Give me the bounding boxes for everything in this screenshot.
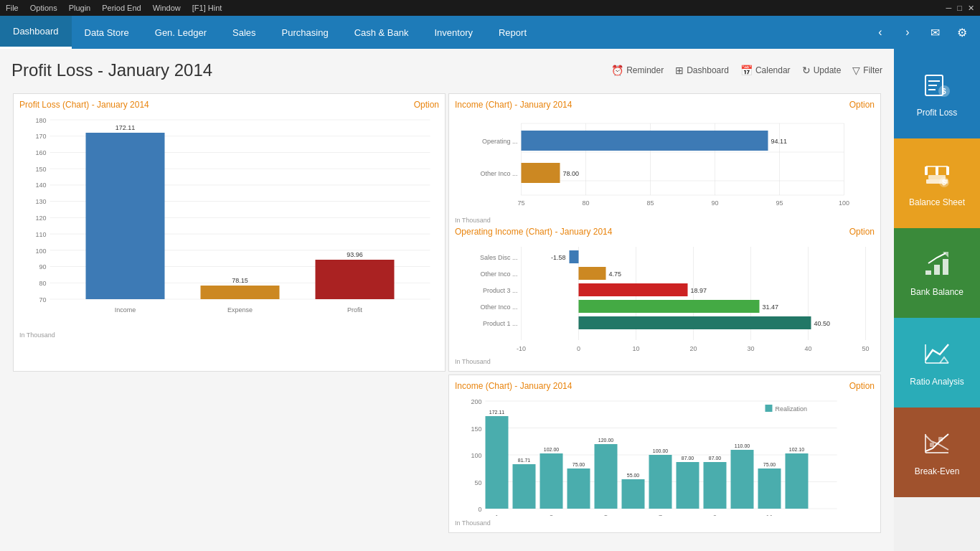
bar-5: [595, 444, 618, 509]
svg-text:4.75: 4.75: [609, 270, 622, 278]
bar-8: [677, 462, 699, 509]
chart4-title: Income (Chart) - January 2014: [455, 381, 572, 391]
svg-text:172.11: 172.11: [489, 410, 505, 415]
sidebar-bank-balance[interactable]: Bank Balance: [894, 228, 980, 318]
svg-text:$: $: [942, 179, 946, 187]
bar-6: [622, 479, 645, 509]
chart2-in-thousand: In Thousand: [455, 217, 875, 224]
update-icon: ↻: [802, 65, 811, 76]
balance-sheet-icon: $: [923, 159, 951, 193]
nav-gen-ledger[interactable]: Gen. Ledger: [142, 16, 220, 49]
bar-2: [513, 464, 536, 509]
break-even-label: Break-Even: [915, 466, 960, 476]
update-btn[interactable]: ↻ Update: [802, 65, 842, 76]
sidebar-profit-loss[interactable]: $ Profit Loss: [894, 49, 980, 138]
svg-text:55.00: 55.00: [627, 473, 640, 478]
svg-text:Product 1 ...: Product 1 ...: [483, 320, 518, 327]
svg-rect-118: [943, 259, 948, 275]
menu-hint[interactable]: [F1] Hint: [192, 4, 222, 12]
maximize-btn[interactable]: □: [957, 4, 962, 13]
svg-text:20: 20: [689, 345, 697, 352]
nav-inventory[interactable]: Inventory: [422, 16, 486, 49]
bar-4: [567, 468, 590, 509]
menu-window[interactable]: Window: [153, 4, 181, 12]
chart1-option[interactable]: Option: [414, 100, 439, 110]
reminder-btn[interactable]: ⏰ Reminder: [611, 65, 664, 76]
nav-bar: Dashboard Data Store Gen. Ledger Sales P…: [0, 16, 980, 49]
chart-income: Income (Chart) - January 2014 Option: [448, 93, 881, 372]
svg-text:10: 10: [632, 345, 639, 352]
dashboard-btn[interactable]: ⊞ Dashboard: [675, 65, 729, 76]
chart4-header: Income (Chart) - January 2014 Option: [455, 381, 875, 391]
svg-text:Product 3 ...: Product 3 ...: [483, 287, 518, 294]
nav-forward-btn[interactable]: ›: [895, 20, 920, 44]
menu-options[interactable]: Options: [30, 4, 57, 12]
bar-1: [486, 416, 509, 509]
other-inco2-bar: [579, 267, 606, 280]
chart3-header: Operating Income (Chart) - January 2014 …: [455, 227, 875, 237]
nav-back-btn[interactable]: ‹: [868, 20, 892, 44]
legend-color: [765, 405, 773, 412]
nav-mail-btn[interactable]: ✉: [923, 20, 947, 44]
svg-text:110: 110: [35, 231, 46, 238]
filter-btn[interactable]: ▽ Filter: [852, 65, 882, 76]
menu-period-end[interactable]: Period End: [102, 4, 141, 12]
svg-text:90: 90: [711, 199, 718, 207]
action-buttons: ⏰ Reminder ⊞ Dashboard 📅 Calendar ↻ Upda…: [611, 65, 882, 76]
svg-text:1: 1: [495, 514, 499, 516]
profit-bar: [316, 260, 395, 299]
chart2-option[interactable]: Option: [849, 100, 875, 110]
profit-loss-label: Profit Loss: [917, 108, 958, 118]
svg-text:170: 170: [35, 133, 46, 140]
nav-sales[interactable]: Sales: [220, 16, 269, 49]
svg-rect-112: [946, 166, 949, 175]
svg-text:30: 30: [747, 345, 754, 352]
svg-text:100: 100: [839, 199, 849, 207]
svg-text:150: 150: [471, 425, 481, 433]
svg-text:$: $: [942, 88, 946, 95]
nav-report[interactable]: Report: [486, 16, 540, 49]
svg-rect-117: [934, 265, 940, 275]
chart3-option[interactable]: Option: [849, 227, 875, 237]
main-area: Profit Loss - January 2014 ⏰ Reminder ⊞ …: [0, 49, 980, 551]
svg-text:31.47: 31.47: [763, 303, 779, 311]
income-bar: [86, 133, 165, 299]
minimize-btn[interactable]: ─: [946, 4, 952, 13]
bar-11: [758, 468, 781, 509]
ratio-analysis-label: Ratio Analysis: [910, 377, 963, 387]
reminder-icon: ⏰: [611, 65, 623, 76]
nav-dashboard[interactable]: Dashboard: [0, 16, 72, 49]
other-inco3-bar: [579, 300, 760, 313]
svg-text:Operating ...: Operating ...: [482, 138, 518, 145]
svg-text:-10: -10: [517, 345, 526, 352]
svg-text:80: 80: [582, 199, 589, 207]
svg-text:18.97: 18.97: [691, 287, 707, 294]
menu-file[interactable]: File: [6, 4, 19, 12]
legend-label: Realization: [776, 405, 808, 413]
sidebar-balance-sheet[interactable]: $ Balance Sheet: [894, 138, 980, 228]
close-btn[interactable]: ✕: [968, 4, 974, 13]
svg-text:140: 140: [35, 182, 46, 189]
operating-bar: [522, 131, 768, 151]
chart-income2: Income (Chart) - January 2014 Option 200…: [448, 375, 881, 533]
chart4-option[interactable]: Option: [849, 381, 875, 391]
svg-text:7: 7: [659, 514, 662, 516]
nav-cash-bank[interactable]: Cash & Bank: [341, 16, 422, 49]
bank-balance-label: Bank Balance: [910, 287, 963, 297]
svg-text:0: 0: [577, 345, 580, 352]
svg-text:130: 130: [35, 198, 46, 205]
menu-plugin[interactable]: Plugin: [69, 4, 91, 12]
svg-text:78.00: 78.00: [563, 170, 580, 177]
profit-loss-icon: $: [923, 70, 951, 103]
sidebar-ratio-analysis[interactable]: Ratio Analysis: [894, 318, 980, 408]
svg-text:50: 50: [474, 479, 481, 486]
sidebar-break-even[interactable]: Break-Even: [894, 408, 980, 497]
svg-text:102.10: 102.10: [789, 447, 805, 452]
svg-text:50: 50: [862, 345, 869, 352]
chart1-header: Profit Loss (Chart) - January 2014 Optio…: [19, 100, 439, 110]
calendar-btn[interactable]: 📅 Calendar: [740, 65, 791, 76]
svg-text:75.00: 75.00: [763, 462, 776, 467]
nav-data-store[interactable]: Data Store: [72, 16, 142, 49]
nav-settings-btn[interactable]: ⚙: [950, 20, 974, 44]
nav-purchasing[interactable]: Purchasing: [269, 16, 341, 49]
